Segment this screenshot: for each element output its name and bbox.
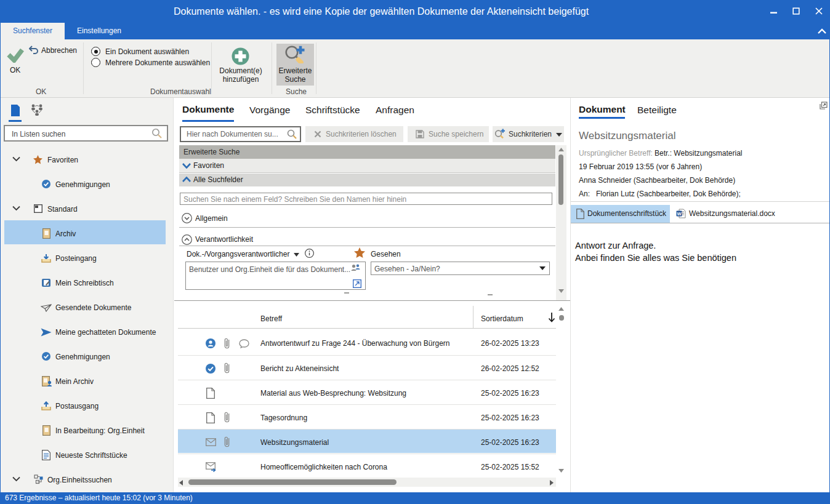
svg-text:W: W: [677, 211, 682, 217]
